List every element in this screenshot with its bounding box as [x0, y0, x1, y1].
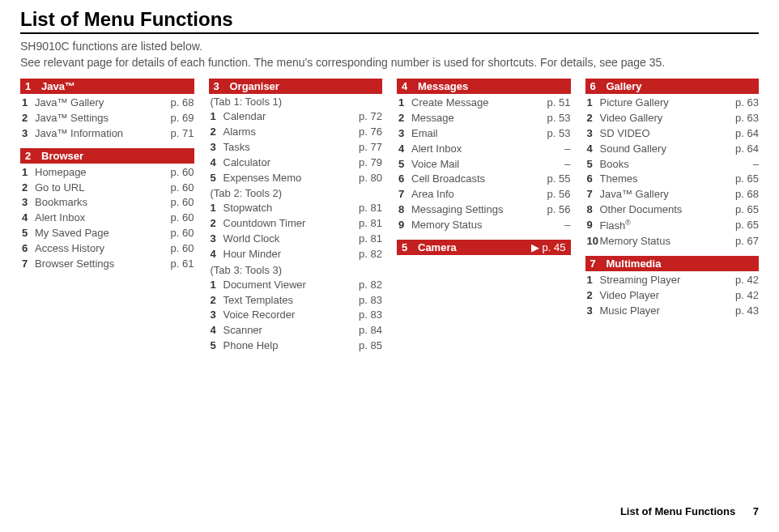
item-number: 3: [211, 232, 223, 247]
section-items: 1Homepagep. 602Go to URLp. 603Bookmarksp…: [20, 165, 194, 272]
item-page: p. 71: [162, 126, 194, 142]
item-number: 9: [587, 218, 600, 234]
menu-item-row: 6Access Historyp. 60: [20, 241, 194, 257]
menu-item-row: 2Text Templatesp. 83: [209, 293, 383, 309]
item-number: 10: [587, 234, 600, 249]
item-page: p. 65: [726, 172, 759, 187]
menu-item-row: 2Video Galleryp. 63: [585, 111, 760, 126]
menu-item-row: 5Expenses Memop. 80: [209, 171, 383, 186]
item-label: Other Documents: [600, 202, 727, 218]
item-page: –: [726, 157, 759, 172]
item-page: p. 84: [350, 323, 382, 338]
item-label: Access History: [35, 241, 162, 257]
item-number: 4: [211, 155, 223, 171]
item-number: 3: [398, 126, 411, 142]
item-label: Memory Status: [600, 234, 727, 249]
item-page: p. 64: [726, 126, 759, 142]
menu-item-row: 1Calendarp. 72: [209, 109, 383, 125]
item-number: 7: [22, 257, 35, 272]
menu-item-row: 7Browser Settingsp. 61: [20, 257, 194, 272]
item-page: p. 81: [350, 201, 382, 216]
item-number: 2: [587, 111, 600, 126]
item-number: 3: [22, 126, 35, 142]
item-number: 5: [398, 157, 411, 172]
item-label: My Saved Page: [35, 226, 162, 241]
item-label: Phone Help: [223, 338, 351, 354]
column: 6Gallery1Picture Galleryp. 632Video Gall…: [585, 79, 760, 360]
menu-item-row: 10Memory Statusp. 67: [585, 234, 760, 249]
menu-item-row: 1Homepagep. 60: [20, 165, 194, 181]
item-label: Java™ Gallery: [600, 187, 727, 202]
item-page: p. 67: [726, 234, 759, 249]
item-label: Bookmarks: [35, 195, 162, 211]
section-number: 2: [25, 150, 33, 162]
column: 3Organiser(Tab 1: Tools 1)1Calendarp. 72…: [209, 79, 383, 360]
menu-item-row: 2Countdown Timerp. 81: [209, 216, 383, 232]
item-label: SD VIDEO: [600, 126, 727, 142]
item-label: Cell Broadcasts: [411, 172, 538, 187]
item-page: p. 60: [162, 226, 194, 241]
menu-item-row: 1Picture Galleryp. 63: [585, 96, 760, 111]
menu-item-row: 2Alarmsp. 76: [209, 125, 383, 140]
item-page: –: [538, 157, 571, 172]
item-label: Hour Minder: [223, 247, 351, 262]
intro-line-1: SH9010C functions are listed below.: [20, 39, 759, 55]
item-number: 7: [398, 187, 411, 202]
item-page: p. 65: [726, 218, 759, 234]
column: 1Java™1Java™ Galleryp. 682Java™ Settings…: [20, 79, 194, 360]
item-number: 2: [22, 181, 35, 196]
item-label: Document Viewer: [223, 278, 351, 293]
item-number: 1: [398, 96, 411, 111]
item-label: Text Templates: [223, 293, 351, 309]
item-page: p. 85: [350, 338, 382, 354]
section-items: 1Create Messagep. 512Messagep. 533Emailp…: [397, 96, 571, 233]
item-number: 4: [211, 323, 223, 338]
menu-item-row: 4Alert Inboxp. 60: [20, 211, 194, 226]
item-label: Sound Gallery: [600, 142, 727, 157]
item-page: p. 64: [726, 142, 759, 157]
tab-label: (Tab 2: Tools 2): [209, 187, 383, 199]
section-header: 4Messages: [397, 79, 571, 94]
item-label: Picture Gallery: [600, 96, 727, 111]
section-block: 7Multimedia1Streaming Playerp. 422Video …: [585, 256, 760, 319]
item-label: Calculator: [223, 155, 351, 171]
item-page: p. 76: [350, 125, 382, 140]
item-label: World Clock: [223, 232, 351, 247]
item-number: 3: [22, 195, 35, 211]
section-title: Organiser: [230, 80, 279, 92]
section-header: 6Gallery: [585, 79, 760, 94]
item-label: Create Message: [411, 96, 538, 111]
menu-item-row: 9Memory Status–: [397, 218, 571, 233]
item-page: p. 60: [162, 195, 194, 211]
item-number: 2: [398, 111, 411, 126]
registered-mark: ®: [625, 219, 631, 227]
section-items: 1Streaming Playerp. 422Video Playerp. 42…: [585, 273, 760, 319]
item-number: 1: [587, 96, 600, 111]
section-number: 5: [402, 241, 410, 253]
page-footer: List of Menu Functions 7: [620, 505, 759, 517]
footer-title: List of Menu Functions: [620, 505, 735, 517]
item-page: p. 80: [350, 171, 382, 186]
section-header: 1Java™: [20, 79, 194, 94]
item-label: Calendar: [223, 109, 351, 125]
item-number: 3: [587, 126, 600, 142]
menu-item-row: 6Themesp. 65: [585, 172, 760, 187]
section-header: 5Camera▶ p. 45: [397, 240, 571, 255]
section-number: 4: [402, 80, 410, 92]
item-number: 2: [211, 293, 223, 309]
section-number: 6: [590, 80, 598, 92]
item-number: 5: [211, 338, 223, 354]
item-number: 5: [22, 226, 35, 241]
menu-item-row: 3SD VIDEOp. 64: [585, 126, 760, 142]
item-label: Alarms: [223, 125, 351, 140]
item-page: p. 53: [538, 111, 571, 126]
menu-item-row: 9Flash®p. 65: [585, 218, 760, 234]
item-number: 3: [587, 304, 600, 319]
item-label: Area Info: [411, 187, 538, 202]
menu-item-row: 3Tasksp. 77: [209, 140, 383, 155]
item-label: Expenses Memo: [223, 171, 351, 186]
menu-item-row: 3Music Playerp. 43: [585, 304, 760, 319]
menu-item-row: 1Create Messagep. 51: [397, 96, 571, 111]
item-page: p. 60: [162, 165, 194, 181]
menu-item-row: 4Calculatorp. 79: [209, 155, 383, 171]
